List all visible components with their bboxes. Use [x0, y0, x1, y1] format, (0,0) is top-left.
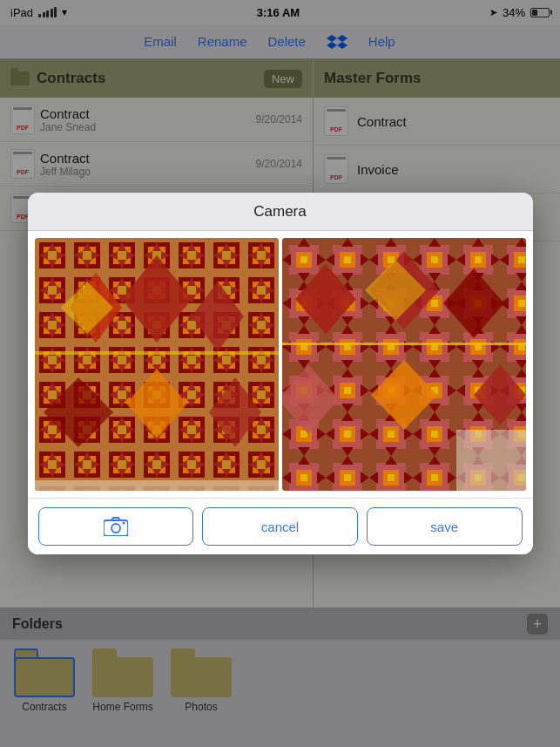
- take-photo-button[interactable]: [38, 507, 194, 546]
- svg-rect-21: [35, 480, 279, 491]
- modal-actions: cancel save: [28, 498, 533, 554]
- modal-overlay: Camera: [0, 0, 560, 747]
- svg-point-45: [122, 522, 125, 525]
- modal-title-bar: Camera: [28, 193, 533, 231]
- svg-point-44: [111, 524, 120, 533]
- rug-image-left: [35, 238, 279, 491]
- svg-rect-20: [35, 238, 279, 491]
- save-button[interactable]: save: [367, 507, 523, 546]
- cancel-button[interactable]: cancel: [202, 507, 358, 546]
- modal-title: Camera: [253, 203, 306, 221]
- camera-icon: [104, 517, 128, 536]
- svg-rect-42: [282, 238, 526, 491]
- rug-image-right: [282, 238, 526, 491]
- camera-modal: Camera: [28, 193, 533, 554]
- modal-images: [28, 231, 533, 498]
